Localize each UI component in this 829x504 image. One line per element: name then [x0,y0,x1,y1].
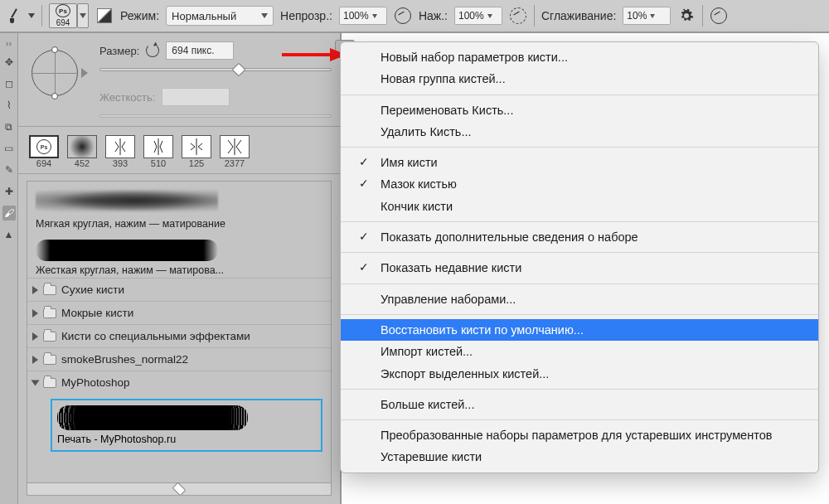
hardness-value-field [162,88,230,106]
opacity-label: Непрозр.: [280,9,332,22]
brush-preset-thumb[interactable]: Ps 694 [49,3,77,28]
divider [41,5,42,27]
menu-brush-stroke[interactable]: ✓Мазок кистью [341,173,818,195]
recent-brush-item[interactable]: Ps694 [27,135,61,168]
brush-tool-active[interactable]: 🖌 [2,206,16,220]
menu-export[interactable]: Экспорт выделенных кистей... [341,363,818,385]
frame-tool[interactable]: ▭ [2,141,16,156]
mode-label: Режим: [120,9,159,22]
menu-show-recent[interactable]: ✓Показать недавние кисти [341,257,818,279]
menu-brush-name[interactable]: ✓Имя кисти [341,152,818,173]
flow-value[interactable]: 100% [454,7,502,25]
smoothing-value[interactable]: 10% [623,7,671,25]
smoothing-label: Сглаживание: [541,9,616,22]
menu-preset-manager[interactable]: Управление наборами... [341,288,818,310]
opacity-value[interactable]: 100% [339,7,387,25]
divider [702,5,703,27]
folder-icon [43,308,56,318]
spot-heal-tool[interactable]: ✚ [2,184,16,199]
smoothing-options[interactable] [677,7,696,25]
lasso-tool[interactable]: ⌇ [2,98,16,113]
brush-stroke-preview [57,405,248,430]
hardness-label: Жесткость: [99,91,155,104]
pressure-size-toggle[interactable] [710,7,728,25]
brush-panel-icon [97,8,112,23]
recent-brush-item[interactable]: 2377 [217,135,252,168]
brush-label: Мягкая круглая, нажим — матирование [36,218,322,230]
menu-legacy-brushes[interactable]: Устаревшие кисти [341,446,818,468]
divider [534,5,535,27]
brush-preset-dropdown[interactable] [77,3,89,28]
options-bar: Ps 694 Режим: Нормальный Непрозр.: 100% … [0,0,829,33]
reset-size-icon[interactable] [146,44,159,57]
eyedropper-tool[interactable]: ✎ [2,162,16,177]
brush-tool-icon [7,8,22,23]
folder-row[interactable]: Сухие кисти [27,278,331,301]
stamp-tool[interactable]: ▲ [2,227,16,242]
check-icon: ✓ [359,229,369,245]
check-icon: ✓ [359,259,369,276]
brush-label: Печать - MyPhotoshop.ru [57,434,316,445]
recent-brushes: Ps694 452 393 510 125 2377 [18,132,340,168]
hardness-slider [99,114,332,118]
blend-mode-select[interactable]: Нормальный [166,6,274,26]
recent-brush-item[interactable]: 452 [65,135,99,168]
folder-row[interactable]: Мокрые кисти [27,301,331,324]
size-value-field[interactable]: 694 пикс. [166,41,234,60]
menu-more-brushes[interactable]: Больше кистей... [341,394,818,415]
size-slider[interactable] [99,68,332,71]
brush-settings-toggle[interactable] [95,7,114,25]
check-icon: ✓ [359,154,369,171]
crop-tool[interactable]: ⧉ [2,119,16,134]
menu-legacy-presets[interactable]: Преобразованные наборы параметров для ус… [341,424,818,446]
menu-import[interactable]: Импорт кистей... [341,341,818,362]
brush-angle-control[interactable] [27,41,90,104]
target-icon [710,7,727,24]
menu-rename[interactable]: Переименовать Кисть... [341,99,818,121]
expand-handle-icon[interactable]: ›› [0,33,17,48]
chevron-down-icon [261,13,268,18]
brush-label: Жесткая круглая, нажим — матирова... [36,264,322,276]
menu-new-preset[interactable]: Новый набор параметров кисти... [341,46,818,68]
folder-icon [43,355,56,365]
folder-row[interactable]: Кисти со специальными эффектами [27,324,331,347]
folder-row[interactable]: smokeBrushes_normal22 [27,347,331,371]
brush-item-selected[interactable]: Печать - MyPhotoshop.ru [51,399,322,452]
brush-preview-item[interactable]: Жесткая круглая, нажим — матирова... [27,235,331,278]
menu-restore-default[interactable]: Восстановить кисти по умолчанию... [341,319,818,341]
gear-icon [679,8,694,23]
pressure-icon [395,7,411,24]
recent-brush-item[interactable]: 393 [103,135,138,168]
move-tool[interactable]: ✥ [2,55,16,70]
brush-preset-size: 694 [56,18,70,27]
folder-icon [43,378,56,388]
brush-preview-item[interactable]: Мягкая круглая, нажим — матирование [27,182,331,231]
tools-strip: ›› ✥ ◻ ⌇ ⧉ ▭ ✎ ✚ 🖌 ▲ [0,33,18,504]
check-icon: ✓ [359,176,369,192]
brush-list[interactable]: Мягкая круглая, нажим — матирование Жест… [27,181,332,496]
menu-brush-tip[interactable]: Кончик кисти [341,196,818,217]
menu-show-extra[interactable]: ✓Показать дополнительные сведения о набо… [341,226,818,248]
recent-brush-item[interactable]: 125 [179,135,214,168]
folder-icon [43,285,56,295]
flow-label: Наж.: [419,9,448,22]
tool-dropdown-icon[interactable] [28,13,35,18]
blend-mode-value: Нормальный [172,10,236,22]
airbrush-toggle[interactable] [509,7,527,25]
brush-panel-menu: Новый набор параметров кисти... Новая гр… [340,41,819,473]
brush-preset-panel: Размер: 694 пикс. Жесткость: Ps694 452 3… [18,33,342,504]
menu-new-group[interactable]: Новая группа кистей... [341,68,818,90]
menu-delete[interactable]: Удалить Кисть... [341,121,818,143]
folder-icon [43,332,56,342]
ps-logo-icon: Ps [56,4,70,17]
folder-row[interactable]: MyPhotoshop [27,371,331,394]
recent-brush-item[interactable]: 510 [141,135,176,168]
airbrush-icon [510,7,526,24]
opacity-pressure-toggle[interactable] [394,7,412,25]
size-label: Размер: [99,45,139,57]
horizontal-scrollbar[interactable] [27,482,331,496]
marquee-tool[interactable]: ◻ [2,76,16,91]
